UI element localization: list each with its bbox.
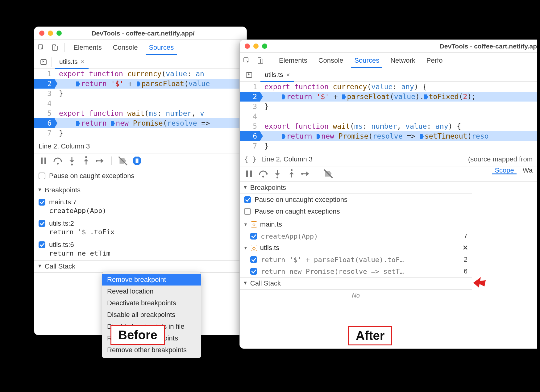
line-number-gutter[interactable]: 4: [240, 111, 260, 121]
context-menu-item[interactable]: Deactivate breakpoints: [102, 297, 201, 309]
inline-breakpoint-marker-icon[interactable]: [281, 94, 286, 100]
window-traffic-lights[interactable]: [240, 44, 272, 49]
breakpoint-checkbox[interactable]: [250, 268, 257, 275]
inline-breakpoint-marker-icon[interactable]: [136, 81, 141, 87]
context-menu-item[interactable]: Remove other breakpoints: [102, 344, 201, 356]
pause-on-uncaught-checkbox[interactable]: [244, 196, 251, 203]
breakpoint-item[interactable]: return '$' + parseFloat(value).toF…2: [240, 254, 472, 265]
code-line[interactable]: 7}: [34, 128, 247, 138]
source-file-tab[interactable]: utils.ts ×: [260, 69, 294, 82]
inline-breakpoint-marker-icon[interactable]: [420, 134, 424, 139]
breakpoint-item[interactable]: main.ts:7createApp(App): [34, 196, 247, 218]
context-menu-item[interactable]: Disable all breakpoints: [102, 309, 201, 321]
source-file-tab[interactable]: utils.ts ×: [55, 56, 89, 69]
show-navigator-icon[interactable]: [243, 70, 255, 80]
tab-elements[interactable]: Elements: [68, 40, 107, 55]
breakpoint-checkbox[interactable]: [39, 241, 45, 248]
context-menu-item[interactable]: Reveal location: [102, 286, 201, 297]
step-over-icon[interactable]: [258, 169, 269, 179]
code-line[interactable]: 1export function currency(value: any) {: [240, 82, 537, 92]
breakpoints-section-header[interactable]: ▼ Breakpoints: [34, 184, 247, 196]
code-line[interactable]: 4: [34, 98, 247, 108]
inline-breakpoint-marker-icon[interactable]: [342, 94, 346, 100]
deactivate-breakpoints-icon[interactable]: [323, 169, 334, 179]
code-line[interactable]: 6 return new Promise(resolve => setTimeo…: [240, 131, 537, 141]
step-out-icon[interactable]: [286, 169, 297, 179]
minimize-window-icon[interactable]: [48, 31, 53, 36]
line-number-gutter[interactable]: 2: [240, 92, 260, 102]
breakpoint-item[interactable]: utils.ts:2return '$ .toFix: [34, 218, 247, 239]
step-over-icon[interactable]: [52, 156, 63, 166]
inline-breakpoint-marker-icon[interactable]: [76, 121, 80, 126]
line-number-gutter[interactable]: 1: [240, 82, 260, 92]
code-line[interactable]: 3}: [240, 102, 537, 111]
tab-console[interactable]: Console: [313, 53, 349, 68]
tab-network[interactable]: Network: [385, 53, 421, 68]
breakpoint-item[interactable]: createApp(App)7: [240, 230, 472, 242]
inline-breakpoint-marker-icon[interactable]: [424, 94, 428, 100]
line-number-gutter[interactable]: 7: [34, 128, 55, 138]
minimize-window-icon[interactable]: [253, 44, 259, 49]
breakpoint-checkbox[interactable]: [39, 199, 45, 206]
pause-resume-icon[interactable]: [243, 169, 255, 179]
tab-scope[interactable]: Scope: [490, 166, 518, 174]
pause-on-uncaught-row[interactable]: Pause on uncaught exceptions: [240, 194, 472, 206]
inline-breakpoint-marker-icon[interactable]: [281, 134, 286, 139]
code-line[interactable]: 5export function wait(ms: number, v: [34, 108, 247, 118]
device-toolbar-icon[interactable]: [255, 56, 266, 65]
pause-resume-icon[interactable]: [38, 156, 49, 166]
step-into-icon[interactable]: [272, 169, 283, 179]
line-number-gutter[interactable]: 4: [34, 98, 55, 108]
device-toolbar-icon[interactable]: [49, 43, 60, 52]
breakpoint-checkbox[interactable]: [39, 220, 45, 227]
close-window-icon[interactable]: [39, 31, 44, 36]
step-into-icon[interactable]: [66, 156, 77, 166]
deactivate-breakpoints-icon[interactable]: [117, 156, 128, 166]
pause-exceptions-icon[interactable]: [131, 156, 143, 166]
tab-console[interactable]: Console: [107, 40, 143, 55]
pause-on-caught-checkbox[interactable]: [39, 173, 45, 179]
code-line[interactable]: 7}: [240, 141, 537, 151]
inline-breakpoint-marker-icon[interactable]: [316, 134, 321, 139]
breakpoint-item[interactable]: return new Promise(resolve => setT…6: [240, 265, 472, 277]
pause-on-caught-row[interactable]: Pause on caught exceptions: [240, 206, 472, 219]
callstack-section-header[interactable]: ▼ Call Stack: [240, 277, 472, 290]
inspect-element-icon[interactable]: [35, 43, 47, 52]
step-icon[interactable]: [300, 169, 311, 179]
breakpoints-section-header[interactable]: ▼ Breakpoints: [240, 181, 472, 194]
source-editor[interactable]: 1export function currency(value: an2 ret…: [34, 69, 247, 139]
code-line[interactable]: 6 return new Promise(resolve =>: [34, 118, 247, 128]
step-icon[interactable]: [95, 156, 106, 166]
line-number-gutter[interactable]: 2: [34, 79, 55, 89]
tab-sources[interactable]: Sources: [349, 53, 385, 68]
pause-on-caught-checkbox[interactable]: [244, 208, 251, 215]
inline-breakpoint-marker-icon[interactable]: [111, 121, 115, 126]
line-number-gutter[interactable]: 7: [240, 141, 260, 151]
code-line[interactable]: 2 return '$' + parseFloat(value).toFixed…: [240, 92, 537, 102]
step-out-icon[interactable]: [81, 156, 92, 166]
context-menu-item[interactable]: Remove breakpoint: [102, 274, 201, 286]
close-tab-icon[interactable]: ×: [81, 59, 85, 65]
line-number-gutter[interactable]: 3: [240, 102, 260, 111]
code-line[interactable]: 3}: [34, 89, 247, 98]
code-line[interactable]: 5export function wait(ms: number, value:…: [240, 121, 537, 131]
breakpoint-context-menu[interactable]: Remove breakpointReveal locationDeactiva…: [102, 272, 201, 358]
source-editor[interactable]: 1export function currency(value: any) {2…: [240, 82, 537, 152]
code-line[interactable]: 1export function currency(value: an: [34, 69, 247, 79]
callstack-section-header[interactable]: ▼ Call Stack: [34, 260, 247, 273]
breakpoint-group-header[interactable]: ▼◇utils.ts✕: [240, 242, 472, 254]
breakpoint-group-header[interactable]: ▼◇main.ts: [240, 219, 472, 230]
breakpoint-item[interactable]: utils.ts:6return ne etTim: [34, 239, 247, 260]
tab-perfo[interactable]: Perfo: [421, 53, 448, 68]
line-number-gutter[interactable]: 6: [240, 131, 260, 141]
breakpoint-checkbox[interactable]: [250, 233, 257, 240]
line-number-gutter[interactable]: 3: [34, 89, 55, 98]
close-tab-icon[interactable]: ×: [286, 72, 290, 78]
inspect-element-icon[interactable]: [241, 56, 252, 65]
remove-breakpoint-group-icon[interactable]: ✕: [463, 244, 468, 252]
code-line[interactable]: 2 return '$' + parseFloat(value: [34, 79, 247, 89]
pause-on-caught-row[interactable]: Pause on caught exceptions: [34, 168, 247, 184]
line-number-gutter[interactable]: 6: [34, 118, 55, 128]
tab-elements[interactable]: Elements: [273, 53, 313, 68]
line-number-gutter[interactable]: 1: [34, 69, 55, 79]
